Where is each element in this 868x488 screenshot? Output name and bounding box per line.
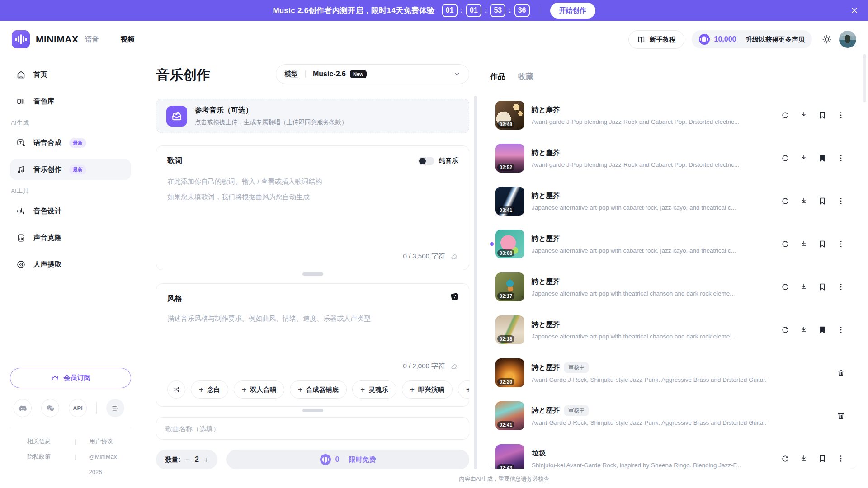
related-info-link[interactable]: 相关信息 — [27, 434, 75, 449]
regenerate-icon[interactable] — [781, 325, 790, 334]
download-icon[interactable] — [799, 282, 808, 291]
tutorial-button[interactable]: 新手教程 — [628, 30, 684, 49]
bookmark-icon[interactable] — [818, 454, 827, 463]
discord-button[interactable] — [14, 399, 32, 417]
work-item[interactable]: 02:52 詩と塵芥 Avant-garde J-Pop blending Ja… — [495, 144, 857, 173]
more-options-icon[interactable] — [836, 197, 845, 206]
sidebar-item-music[interactable]: 音乐创作 最新 — [10, 159, 131, 180]
download-icon[interactable] — [799, 454, 808, 463]
minimax-logo-icon[interactable] — [12, 30, 30, 48]
api-button[interactable]: API — [69, 399, 87, 417]
credits-pill[interactable]: 10,000 升级以获得更多声贝 — [692, 30, 812, 48]
theme-toggle-icon[interactable] — [822, 34, 832, 44]
download-icon[interactable] — [799, 154, 808, 163]
regenerate-icon[interactable] — [781, 154, 790, 163]
sidebar-item-home[interactable]: 首页 — [10, 64, 131, 85]
bookmark-icon[interactable] — [818, 239, 827, 249]
model-selector[interactable]: 模型 Music-2.6 New — [276, 64, 469, 84]
regenerate-icon[interactable] — [781, 282, 790, 291]
sidebar-item-voicedesign[interactable]: 音色设计 — [10, 201, 131, 221]
lyrics-placeholder-line2[interactable]: 如果您未填歌词，我们将根据曲风为您自动生成 — [167, 193, 458, 202]
eraser-icon[interactable] — [450, 362, 458, 371]
wechat-button[interactable] — [41, 399, 59, 417]
generate-button[interactable]: 0 限时免费 — [226, 450, 469, 469]
regenerate-icon[interactable] — [781, 239, 790, 249]
bookmark-icon[interactable] — [818, 111, 827, 120]
tab-favorites[interactable]: 收藏 — [518, 71, 533, 82]
download-icon[interactable] — [799, 239, 808, 249]
lyrics-resize-handle[interactable] — [302, 272, 323, 276]
quantity-plus-button[interactable]: + — [204, 456, 208, 464]
nav-item-voice[interactable]: 语音 — [85, 35, 99, 44]
download-icon[interactable] — [799, 325, 808, 334]
avatar[interactable] — [839, 31, 856, 48]
work-thumbnail[interactable]: 02:43 — [495, 444, 524, 469]
work-thumbnail[interactable]: 02:52 — [495, 144, 524, 173]
reference-music-upload[interactable]: 参考音乐（可选） 点击或拖拽上传，生成专属翻唱（上传即同意服务条款） — [156, 99, 469, 133]
sidebar-item-extract[interactable]: 人声提取 — [10, 254, 131, 275]
style-chip-overflow[interactable]: + — [458, 380, 469, 399]
download-icon[interactable] — [799, 197, 808, 206]
nav-item-video[interactable]: 视频 — [121, 35, 135, 44]
regenerate-icon[interactable] — [781, 454, 790, 463]
bookmark-icon[interactable] — [818, 197, 827, 206]
style-resize-handle[interactable] — [302, 409, 323, 412]
sidebar-item-clone[interactable]: 声音克隆 — [10, 227, 131, 248]
work-item[interactable]: 03:08 詩と塵芥 Japanese alternative art-pop … — [495, 230, 857, 258]
work-thumbnail[interactable]: 03:08 — [495, 230, 524, 258]
work-item[interactable]: 02:48 詩と塵芥 Avant-garde J-Pop blending Ja… — [495, 101, 857, 130]
delete-icon[interactable] — [836, 411, 845, 420]
eraser-icon[interactable] — [450, 253, 458, 261]
form-scrollbar[interactable] — [474, 96, 477, 469]
sidebar-item-library[interactable]: 音色库 — [10, 91, 131, 112]
more-options-icon[interactable] — [836, 325, 845, 334]
toggle-track[interactable] — [418, 157, 434, 165]
download-icon[interactable] — [799, 111, 808, 120]
regenerate-icon[interactable] — [781, 197, 790, 206]
lyrics-input[interactable]: 在此添加你自己的歌词。输入 / 查看或插入歌词结构 — [167, 178, 458, 186]
style-chip[interactable]: + 合成器铺底 — [290, 380, 347, 399]
work-item[interactable]: 02:17 詩と塵芥 Japanese alternative art-pop … — [495, 272, 857, 301]
work-thumbnail[interactable]: 02:41 — [495, 401, 524, 430]
privacy-policy-link[interactable]: 隐私政策 — [27, 449, 75, 480]
work-item[interactable]: 02:41 詩と塵芥 审核中 Avant-Garde J-Rock, Shinj… — [495, 401, 857, 430]
bookmark-icon[interactable] — [818, 154, 827, 163]
user-agreement-link[interactable]: 用户协议 — [89, 434, 113, 449]
upgrade-link[interactable]: 升级以获得更多声贝 — [746, 35, 805, 44]
instrumental-toggle[interactable]: 纯音乐 — [418, 157, 458, 165]
more-options-icon[interactable] — [836, 154, 845, 163]
song-name-input[interactable] — [156, 417, 469, 440]
regenerate-icon[interactable] — [781, 111, 790, 120]
work-thumbnail[interactable]: 02:17 — [495, 272, 524, 301]
quantity-minus-button[interactable]: − — [185, 456, 190, 464]
work-item[interactable]: 02:43 垃圾 Shinjuku-kei Avant-Garde Rock, … — [495, 444, 857, 469]
more-options-icon[interactable] — [836, 454, 845, 463]
more-options-icon[interactable] — [836, 111, 845, 120]
work-item[interactable]: 02:18 詩と塵芥 Japanese alternative art-pop … — [495, 315, 857, 344]
sidebar-item-tts[interactable]: 语音合成 最新 — [10, 132, 131, 153]
membership-button[interactable]: 会员订阅 — [10, 368, 131, 388]
work-item[interactable]: 02:20 詩と塵芥 审核中 Avant-Garde J-Rock, Shinj… — [495, 358, 857, 387]
bookmark-icon[interactable] — [818, 282, 827, 291]
work-thumbnail[interactable]: 02:20 — [495, 358, 524, 387]
random-style-dice-icon[interactable] — [449, 291, 460, 302]
work-thumbnail[interactable]: 02:18 — [495, 315, 524, 344]
work-thumbnail[interactable]: 03:41 — [495, 187, 524, 216]
more-options-icon[interactable] — [836, 239, 845, 249]
collapse-sidebar-button[interactable] — [106, 399, 124, 417]
tab-works[interactable]: 作品 — [490, 71, 505, 82]
work-item[interactable]: 03:41 詩と塵芥 Japanese alternative art-pop … — [495, 187, 857, 216]
more-options-icon[interactable] — [836, 282, 845, 291]
style-chip[interactable]: + 双人合唱 — [234, 380, 284, 399]
page-scrollbar[interactable] — [863, 54, 866, 102]
work-thumbnail[interactable]: 02:48 — [495, 101, 524, 130]
start-creating-button[interactable]: 开始创作 — [550, 3, 595, 19]
bookmark-icon[interactable] — [818, 325, 827, 334]
close-icon[interactable] — [850, 6, 859, 15]
style-chip[interactable]: + 即兴演唱 — [402, 380, 453, 399]
style-chip[interactable]: + 念白 — [191, 380, 228, 399]
delete-icon[interactable] — [836, 368, 845, 377]
style-chip[interactable]: + 灵魂乐 — [352, 380, 396, 399]
style-input[interactable]: 描述音乐风格与制作要求。例如曲风、情绪、速度、乐器或人声类型 — [167, 314, 458, 323]
shuffle-chips-button[interactable] — [167, 380, 185, 399]
